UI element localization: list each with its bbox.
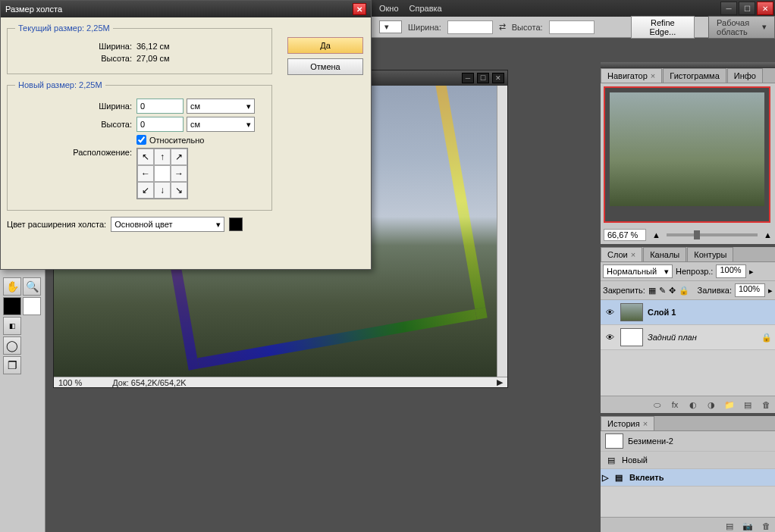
visibility-icon[interactable]: 👁 bbox=[604, 306, 616, 318]
lock-transparency-icon[interactable]: ▦ bbox=[648, 286, 656, 296]
new-width-input[interactable] bbox=[136, 99, 184, 114]
visibility-icon[interactable]: 👁 bbox=[604, 331, 616, 343]
zoom-tool[interactable]: 🔍 bbox=[23, 277, 41, 296]
minimize-button[interactable]: ─ bbox=[720, 2, 737, 15]
close-icon[interactable]: × bbox=[631, 250, 635, 259]
lock-move-icon[interactable]: ✥ bbox=[669, 286, 676, 296]
zoom-slider-thumb[interactable] bbox=[694, 230, 700, 239]
tab-navigator[interactable]: Навигатор× bbox=[601, 68, 662, 83]
anchor-center[interactable] bbox=[154, 165, 171, 182]
background-color[interactable] bbox=[23, 297, 41, 315]
new-height-input[interactable] bbox=[136, 117, 184, 132]
swap-icon[interactable]: ⇄ bbox=[499, 22, 506, 32]
lock-icon: 🔒 bbox=[761, 333, 772, 343]
adjustment-icon[interactable]: ◑ bbox=[704, 399, 718, 411]
canvas-size-dialog: Размер холста ✕ Да Отмена Текущий размер… bbox=[0, 0, 372, 270]
new-size-legend: Новый размер: 2,25M bbox=[15, 80, 105, 89]
close-icon[interactable]: × bbox=[643, 419, 648, 428]
maximize-button[interactable]: ☐ bbox=[739, 2, 755, 15]
trash-icon[interactable]: 🗑 bbox=[759, 399, 773, 411]
opacity-input[interactable]: 100% bbox=[716, 264, 746, 278]
height-input[interactable] bbox=[549, 20, 595, 34]
vertical-scrollbar[interactable] bbox=[497, 86, 507, 377]
foreground-color[interactable] bbox=[3, 297, 21, 315]
chevron-down-icon: ▾ bbox=[762, 22, 767, 32]
opacity-flyout-icon[interactable]: ▸ bbox=[749, 267, 754, 277]
layer-name[interactable]: Задний план bbox=[648, 333, 697, 342]
cancel-button[interactable]: Отмена bbox=[287, 58, 363, 75]
zoom-slider[interactable] bbox=[667, 233, 758, 236]
doc-minimize-button[interactable]: ─ bbox=[462, 73, 474, 83]
width-input[interactable] bbox=[447, 20, 493, 34]
layer-row[interactable]: 👁 Слой 1 bbox=[601, 300, 775, 325]
close-button[interactable]: ✕ bbox=[757, 2, 773, 15]
refine-edge-button[interactable]: Refine Edge... bbox=[631, 16, 695, 39]
options-select[interactable]: ▾ bbox=[379, 20, 402, 33]
anchor-sw[interactable]: ↙ bbox=[137, 182, 154, 199]
anchor-s[interactable]: ↓ bbox=[154, 182, 171, 199]
quickmask-icon[interactable]: ◯ bbox=[3, 336, 21, 355]
history-snapshot[interactable]: Безимени-2 bbox=[601, 431, 775, 452]
zoom-in-icon[interactable]: ▲ bbox=[764, 230, 772, 239]
close-icon[interactable]: × bbox=[651, 71, 655, 80]
tab-paths[interactable]: Контуры bbox=[687, 247, 733, 261]
fill-label: Заливка: bbox=[698, 286, 732, 295]
lock-paint-icon[interactable]: ✎ bbox=[659, 286, 666, 296]
menu-window[interactable]: Окно bbox=[379, 4, 399, 13]
workspace-selector[interactable]: Рабочая область ▾ bbox=[708, 16, 775, 39]
anchor-ne[interactable]: ↗ bbox=[171, 149, 187, 165]
new-doc-from-state-icon[interactable]: ▤ bbox=[723, 520, 736, 532]
fill-input[interactable]: 100% bbox=[735, 283, 765, 297]
tab-layers[interactable]: Слои× bbox=[601, 247, 642, 261]
navigator-zoom-value[interactable]: 66,67 % bbox=[604, 229, 646, 241]
height-unit-select[interactable]: см ▾ bbox=[187, 117, 255, 132]
tab-histogram[interactable]: Гистограмма bbox=[663, 68, 726, 83]
width-label: Ширина: bbox=[408, 23, 441, 32]
panel-drag-handle[interactable] bbox=[601, 62, 775, 68]
tab-channels[interactable]: Каналы bbox=[643, 247, 686, 261]
anchor-w[interactable]: ← bbox=[137, 165, 154, 182]
anchor-e[interactable]: → bbox=[171, 165, 187, 182]
mask-icon[interactable]: ◐ bbox=[686, 399, 700, 411]
extension-color-swatch[interactable] bbox=[229, 217, 243, 231]
anchor-nw[interactable]: ↖ bbox=[137, 149, 154, 165]
history-step[interactable]: ▤ Новый bbox=[601, 452, 775, 469]
new-layer-icon[interactable]: ▤ bbox=[741, 399, 755, 411]
history-step[interactable]: ▷ ▤ Вклеить bbox=[601, 469, 775, 487]
status-arrow-icon[interactable]: ▶ bbox=[497, 377, 503, 387]
layer-row[interactable]: 👁 Задний план 🔒 bbox=[601, 325, 775, 350]
layer-thumbnail[interactable] bbox=[620, 328, 643, 346]
extension-color-select[interactable]: Основной цвет ▾ bbox=[111, 217, 224, 232]
tab-history[interactable]: История× bbox=[601, 416, 654, 430]
doc-maximize-button[interactable]: ☐ bbox=[477, 73, 489, 83]
anchor-n[interactable]: ↑ bbox=[154, 149, 171, 165]
dialog-titlebar[interactable]: Размер холста ✕ bbox=[1, 1, 371, 17]
zoom-out-icon[interactable]: ▲ bbox=[652, 230, 660, 239]
new-doc-icon: ▤ bbox=[605, 454, 617, 466]
trash-icon[interactable]: 🗑 bbox=[759, 520, 773, 532]
folder-icon[interactable]: 📁 bbox=[723, 399, 736, 411]
relative-checkbox[interactable] bbox=[136, 135, 146, 145]
default-colors-icon[interactable]: ◧ bbox=[3, 317, 21, 335]
tab-navigator-label: Навигатор bbox=[607, 71, 648, 80]
anchor-se[interactable]: ↘ bbox=[171, 182, 187, 199]
layer-name[interactable]: Слой 1 bbox=[648, 308, 676, 317]
navigator-preview[interactable] bbox=[604, 86, 770, 223]
width-unit-select[interactable]: см ▾ bbox=[187, 99, 255, 114]
tab-info[interactable]: Инфо bbox=[727, 68, 763, 83]
ok-button[interactable]: Да bbox=[287, 37, 363, 54]
screenmode-icon[interactable]: ❐ bbox=[3, 356, 21, 374]
lock-label: Закрепить: bbox=[603, 286, 645, 295]
layer-thumbnail[interactable] bbox=[620, 303, 643, 321]
lock-all-icon[interactable]: 🔒 bbox=[679, 286, 689, 296]
menu-help[interactable]: Справка bbox=[409, 4, 442, 13]
doc-close-button[interactable]: ✕ bbox=[492, 73, 504, 83]
hand-tool[interactable]: ✋ bbox=[3, 277, 21, 296]
zoom-readout[interactable]: 100 % bbox=[58, 378, 82, 387]
fill-flyout-icon[interactable]: ▸ bbox=[768, 286, 773, 296]
fx-icon[interactable]: fx bbox=[668, 399, 682, 411]
new-snapshot-icon[interactable]: 📷 bbox=[741, 520, 755, 532]
blend-mode-select[interactable]: Нормальный▾ bbox=[603, 264, 673, 278]
dialog-close-button[interactable]: ✕ bbox=[353, 3, 366, 15]
link-icon[interactable]: ⬭ bbox=[650, 399, 664, 411]
